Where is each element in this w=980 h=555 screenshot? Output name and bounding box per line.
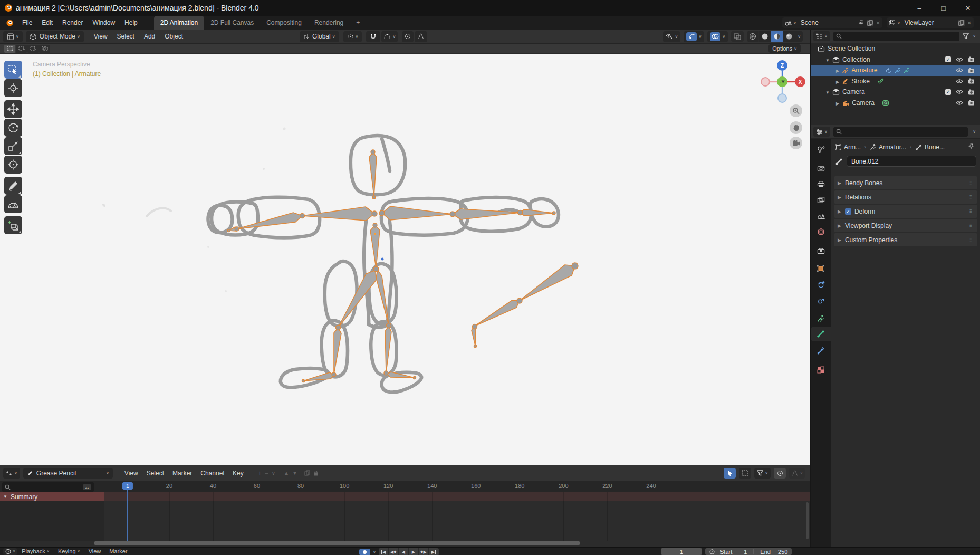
disclosure-icon[interactable]: ▶ bbox=[836, 99, 839, 107]
select-mode-extend-button[interactable] bbox=[16, 45, 27, 53]
tool-add-cube[interactable] bbox=[4, 216, 22, 234]
workspace-tab-3[interactable]: Rendering bbox=[308, 16, 350, 30]
viewlayer-selector[interactable]: ∨ ViewLayer ✕ bbox=[887, 17, 974, 28]
properties-filter-dropdown[interactable]: ∨ bbox=[973, 129, 976, 134]
overlays-icon[interactable] bbox=[710, 32, 720, 41]
dopesheet-menu-marker[interactable]: Marker bbox=[168, 470, 196, 477]
remove-keyframe-icon[interactable]: − bbox=[263, 470, 270, 477]
workspace-tab-1[interactable]: 2D Full Canvas bbox=[204, 16, 260, 30]
outliner-editor-type-button[interactable]: ∨ bbox=[813, 31, 830, 41]
topbar-menu-edit[interactable]: Edit bbox=[37, 16, 57, 30]
properties-tab-object[interactable] bbox=[811, 261, 831, 276]
dopesheet-menu-channel[interactable]: Channel bbox=[196, 470, 228, 477]
properties-tab-output[interactable] bbox=[811, 177, 831, 192]
disable-render-toggle[interactable] bbox=[968, 100, 975, 106]
scene-selector[interactable]: ∨ Scene ✕ bbox=[782, 17, 882, 28]
panel-disclosure-icon[interactable]: ▶ bbox=[838, 195, 841, 200]
timeline-ruler[interactable]: ↔ 20406080100120140160180200220240 bbox=[0, 481, 810, 492]
properties-tab-world[interactable] bbox=[811, 224, 831, 239]
disclosure-icon[interactable]: ▶ bbox=[836, 78, 839, 85]
viewport-menu-view[interactable]: View bbox=[89, 30, 112, 43]
snap-settings-dropdown[interactable]: ∨ bbox=[381, 31, 398, 42]
overlays-dropdown[interactable]: ∨ bbox=[707, 31, 728, 42]
channel-list-area[interactable] bbox=[0, 501, 104, 541]
gizmo-y-axis[interactable]: -Y bbox=[777, 76, 787, 87]
properties-tab-constraints[interactable] bbox=[811, 277, 831, 292]
pin-icon[interactable] bbox=[858, 20, 864, 26]
outliner-item-label[interactable]: Armature bbox=[851, 66, 877, 74]
playhead-frame-label[interactable]: 1 bbox=[122, 482, 133, 490]
dopesheet-mode-dropdown[interactable]: Grease Pencil ∨ bbox=[23, 468, 113, 479]
outliner-row-camera[interactable]: ▶Camera bbox=[811, 98, 980, 109]
outliner-item-label[interactable]: Camera bbox=[852, 99, 875, 107]
timeline-vertical-scrollbar[interactable] bbox=[806, 502, 809, 539]
properties-tab-scene[interactable] bbox=[811, 208, 831, 223]
disable-render-toggle[interactable] bbox=[968, 78, 975, 84]
outliner-filter-dropdown[interactable]: ∨ bbox=[973, 34, 976, 39]
disclosure-icon[interactable]: ▼ bbox=[825, 88, 830, 95]
disable-render-toggle[interactable] bbox=[968, 89, 975, 95]
tweak-tool-button[interactable] bbox=[724, 468, 736, 479]
outliner-search-input[interactable] bbox=[833, 32, 959, 41]
hide-eye-toggle[interactable] bbox=[956, 100, 963, 106]
gizmos-dropdown[interactable]: ∨ bbox=[684, 31, 704, 42]
panel-deform[interactable]: ▶✓Deform⠿ bbox=[834, 205, 977, 218]
disable-render-toggle[interactable] bbox=[968, 68, 975, 73]
copy-icon[interactable] bbox=[304, 470, 310, 476]
summary-track[interactable]: ▼ Summary bbox=[0, 492, 810, 501]
panel-grip-icon[interactable]: ⠿ bbox=[969, 195, 973, 200]
select-mode-subtract-button[interactable] bbox=[27, 45, 39, 53]
move-down-icon[interactable]: ▼ bbox=[291, 470, 299, 476]
panel-disclosure-icon[interactable]: ▶ bbox=[838, 237, 841, 243]
gizmo-x-axis[interactable]: X bbox=[795, 76, 805, 87]
shading-solid-button[interactable] bbox=[759, 31, 771, 42]
panel-grip-icon[interactable]: ⠿ bbox=[969, 180, 973, 186]
hide-eye-toggle[interactable] bbox=[956, 57, 963, 62]
jump-to-start-button[interactable]: ◀ bbox=[379, 548, 389, 555]
breadcrumb-object[interactable]: Arm... bbox=[844, 143, 861, 151]
hide-eye-toggle[interactable] bbox=[956, 79, 963, 84]
timeline-horizontal-scrollbar[interactable] bbox=[94, 541, 580, 545]
view-menu[interactable]: View bbox=[84, 548, 105, 554]
playback-menu[interactable]: Playback∨ bbox=[17, 548, 54, 554]
properties-tab-texture[interactable] bbox=[811, 362, 831, 377]
proportional-edit-button[interactable] bbox=[774, 468, 786, 479]
properties-tab-bone[interactable] bbox=[811, 327, 831, 341]
move-up-icon[interactable]: ▲ bbox=[282, 470, 291, 476]
add-keyframe-icon[interactable]: + bbox=[256, 470, 263, 477]
start-value[interactable]: 1 bbox=[744, 549, 747, 555]
properties-tab-tool[interactable] bbox=[811, 142, 831, 157]
next-keyframe-button[interactable]: ◆▶ bbox=[419, 548, 429, 555]
properties-tab-data[interactable] bbox=[811, 311, 831, 326]
tool-move[interactable] bbox=[4, 100, 22, 118]
tool-rotate[interactable] bbox=[4, 119, 22, 137]
viewport-menu-add[interactable]: Add bbox=[139, 30, 160, 43]
exclude-checkbox[interactable]: ✓ bbox=[945, 89, 951, 95]
shading-wireframe-button[interactable] bbox=[747, 31, 759, 42]
outliner-item-label[interactable]: Scene Collection bbox=[828, 45, 875, 52]
outliner-item-label[interactable]: Camera bbox=[842, 88, 865, 95]
tool-select-box[interactable] bbox=[4, 61, 22, 79]
new-scene-icon[interactable] bbox=[867, 20, 873, 26]
options-dropdown[interactable]: Options ∨ bbox=[768, 44, 801, 53]
timeline-editor-type-button[interactable]: ∨ bbox=[3, 548, 17, 555]
maximize-button[interactable]: □ bbox=[931, 0, 956, 16]
gizmo-neg-z-axis[interactable] bbox=[777, 93, 787, 103]
proportional-editing-toggle[interactable] bbox=[402, 31, 414, 42]
viewport-menu-select[interactable]: Select bbox=[112, 30, 139, 43]
remove-viewlayer-icon[interactable]: ✕ bbox=[967, 20, 972, 26]
playhead-line[interactable] bbox=[127, 490, 128, 541]
topbar-menu-window[interactable]: Window bbox=[88, 16, 120, 30]
panel-grip-icon[interactable]: ⠿ bbox=[969, 237, 973, 243]
topbar-menu-file[interactable]: File bbox=[17, 16, 37, 30]
jump-to-end-button[interactable]: ▶ bbox=[429, 548, 439, 555]
tool-measure[interactable] bbox=[4, 195, 22, 213]
properties-pin-icon[interactable] bbox=[968, 143, 974, 150]
zoom-button[interactable] bbox=[790, 104, 802, 117]
panel-custom-properties[interactable]: ▶Custom Properties⠿ bbox=[834, 233, 977, 246]
minimize-button[interactable]: – bbox=[907, 0, 931, 16]
close-button[interactable]: ✕ bbox=[956, 0, 980, 16]
shading-material-button[interactable] bbox=[771, 31, 783, 42]
properties-tab-collection[interactable] bbox=[811, 243, 831, 258]
disclosure-icon[interactable]: ▶ bbox=[836, 66, 839, 74]
